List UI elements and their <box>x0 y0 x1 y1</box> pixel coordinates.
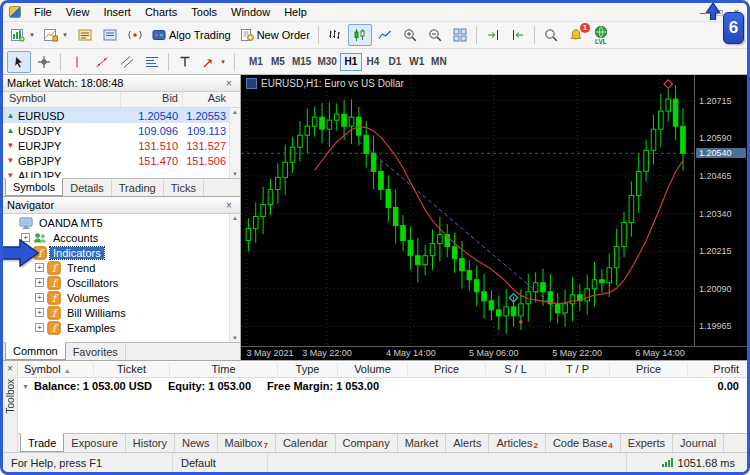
tab-company[interactable]: Company <box>336 434 398 452</box>
tile-windows-button[interactable] <box>448 24 472 46</box>
text-tool-button[interactable] <box>173 51 197 73</box>
arrows-tool-dropdown-icon[interactable]: ▼ <box>220 59 226 65</box>
status-connection[interactable]: 1051.68 ms <box>627 453 747 472</box>
market-depth-toggle-button[interactable] <box>123 24 147 46</box>
tab-common[interactable]: Common <box>5 342 66 360</box>
profiles-button[interactable]: ▼ <box>40 24 72 46</box>
arrows-tool-button[interactable]: ▼ <box>198 51 230 73</box>
zoom-in-button[interactable] <box>398 24 422 46</box>
menu-tools[interactable]: Tools <box>184 4 224 20</box>
tab-journal[interactable]: Journal <box>673 434 724 452</box>
timeframe-h1[interactable]: H1 <box>340 53 362 71</box>
vertical-line-tool-button[interactable] <box>65 51 89 73</box>
cursor-tool-button[interactable] <box>7 51 31 73</box>
timeframe-mn[interactable]: MN <box>428 53 450 71</box>
market-watch-row-usdjpy[interactable]: ▲USDJPY109.096109.113 <box>3 123 240 138</box>
menu-view[interactable]: View <box>59 4 97 20</box>
tree-item-oscillators[interactable]: +fOscillators <box>3 275 240 290</box>
line-chart-button[interactable] <box>373 24 397 46</box>
tree-item-bill-williams[interactable]: +fBill Williams <box>3 305 240 320</box>
trendline-tool-button[interactable] <box>90 51 114 73</box>
new-chart-dropdown-icon[interactable]: ▼ <box>29 32 35 38</box>
tab-news[interactable]: News <box>175 434 218 452</box>
trade-column-time[interactable]: Time <box>170 363 278 375</box>
timeframe-m15[interactable]: M15 <box>289 53 314 71</box>
status-profile[interactable]: Default <box>173 453 268 472</box>
fibonacci-tool-button[interactable] <box>140 51 164 73</box>
chart-plot-area[interactable] <box>241 75 694 346</box>
tab-alerts[interactable]: Alerts <box>446 434 489 452</box>
tab-mailbox[interactable]: Mailbox7 <box>218 434 276 452</box>
tab-market[interactable]: Market <box>398 434 447 452</box>
tab-trade[interactable]: Trade <box>20 433 64 452</box>
menu-file[interactable]: File <box>27 4 59 20</box>
tab-details[interactable]: Details <box>63 179 112 196</box>
zoom-out-button[interactable] <box>423 24 447 46</box>
data-window-toggle-button[interactable] <box>98 24 122 46</box>
timeframe-m1[interactable]: M1 <box>245 53 267 71</box>
tab-calendar[interactable]: Calendar <box>276 434 336 452</box>
community-button[interactable]: LVL <box>589 24 613 46</box>
menu-window[interactable]: Window <box>224 4 277 20</box>
tree-item-examples[interactable]: +fExamples <box>3 320 240 335</box>
notifications-button[interactable]: 1 <box>564 24 588 46</box>
trade-column-profit-last[interactable]: Profit <box>688 363 747 375</box>
time-axis[interactable]: 3 May 20213 May 22:004 May 14:005 May 06… <box>241 346 747 360</box>
tab-symbols[interactable]: Symbols <box>5 178 63 196</box>
timeframe-h4[interactable]: H4 <box>362 53 384 71</box>
tab-favorites[interactable]: Favorites <box>66 343 126 360</box>
profiles-dropdown-icon[interactable]: ▼ <box>62 32 68 38</box>
column-header-symbol[interactable]: Symbol <box>3 92 120 107</box>
collapse-icon[interactable]: ▼ <box>22 383 29 390</box>
market-watch-row-gbpjpy[interactable]: ▼GBPJPY151.470151.506 <box>3 153 240 168</box>
equidistant-channel-tool-button[interactable] <box>115 51 139 73</box>
trade-column-price[interactable]: Price <box>610 363 688 375</box>
trade-column-ticket[interactable]: Ticket <box>94 363 170 375</box>
price-scale[interactable]: 1.207151.205901.204651.203401.202151.200… <box>694 75 747 346</box>
expand-toggle-icon[interactable]: + <box>35 293 44 302</box>
timeframe-d1[interactable]: D1 <box>384 53 406 71</box>
new-order-button[interactable]: New Order <box>236 24 314 46</box>
market-watch-row-eurjpy[interactable]: ▼EURJPY131.510131.527 <box>3 138 240 153</box>
tab-code-base[interactable]: Code Base4 <box>546 434 621 452</box>
chart-window[interactable]: EURUSD,H1: Euro vs US Dollar 1.207151.20… <box>241 75 747 360</box>
trade-column-price[interactable]: Price <box>408 363 486 375</box>
market-watch-scrollbar[interactable]: ▲▼ <box>229 108 240 178</box>
menu-help[interactable]: Help <box>277 4 314 20</box>
timeframe-w1[interactable]: W1 <box>406 53 428 71</box>
search-button[interactable] <box>539 24 563 46</box>
navigator-close-icon[interactable]: × <box>222 200 236 211</box>
crosshair-tool-button[interactable] <box>32 51 56 73</box>
market-watch-close-icon[interactable]: × <box>222 78 236 89</box>
market-watch-row-audjpy[interactable]: ▼AUDJPY <box>3 168 240 178</box>
bar-chart-button[interactable] <box>323 24 347 46</box>
column-header-ask[interactable]: Ask <box>182 92 240 107</box>
market-watch-row-eurusd[interactable]: ▲EURUSD1.205401.20553 <box>3 108 240 123</box>
trade-column-t-p[interactable]: T / P <box>546 363 610 375</box>
chart-shift-button[interactable] <box>481 24 505 46</box>
navigator-scrollbar[interactable]: ▲▼ <box>229 214 240 342</box>
toolbox-close-icon[interactable]: × <box>3 363 17 374</box>
new-chart-button[interactable]: ▼ <box>7 24 39 46</box>
column-header-bid[interactable]: Bid <box>120 92 182 107</box>
timeframe-m5[interactable]: M5 <box>267 53 289 71</box>
expand-toggle-icon[interactable]: + <box>35 308 44 317</box>
menu-charts[interactable]: Charts <box>138 4 184 20</box>
tab-exposure[interactable]: Exposure <box>64 434 125 452</box>
menu-insert[interactable]: Insert <box>96 4 138 20</box>
candlestick-chart-button[interactable] <box>348 24 372 46</box>
market-watch-toggle-button[interactable] <box>73 24 97 46</box>
tab-experts[interactable]: Experts <box>621 434 673 452</box>
balance-row[interactable]: ▼ Balance: 1 053.00 USDEquity: 1 053.00F… <box>18 378 747 394</box>
trade-column-symbol[interactable]: Symbol▲ <box>18 363 94 375</box>
expand-toggle-icon[interactable]: + <box>35 323 44 332</box>
tab-articles[interactable]: Articles2 <box>489 434 546 452</box>
expand-toggle-icon[interactable]: + <box>35 278 44 287</box>
trade-column-s-l[interactable]: S / L <box>486 363 546 375</box>
trade-column-type[interactable]: Type <box>278 363 338 375</box>
auto-scroll-button[interactable] <box>506 24 530 46</box>
trade-column-volume[interactable]: Volume <box>338 363 408 375</box>
tree-item-volumes[interactable]: +fVolumes <box>3 290 240 305</box>
timeframe-m30[interactable]: M30 <box>314 53 339 71</box>
tree-item-oanda-mt5[interactable]: OANDA MT5 <box>3 215 240 230</box>
